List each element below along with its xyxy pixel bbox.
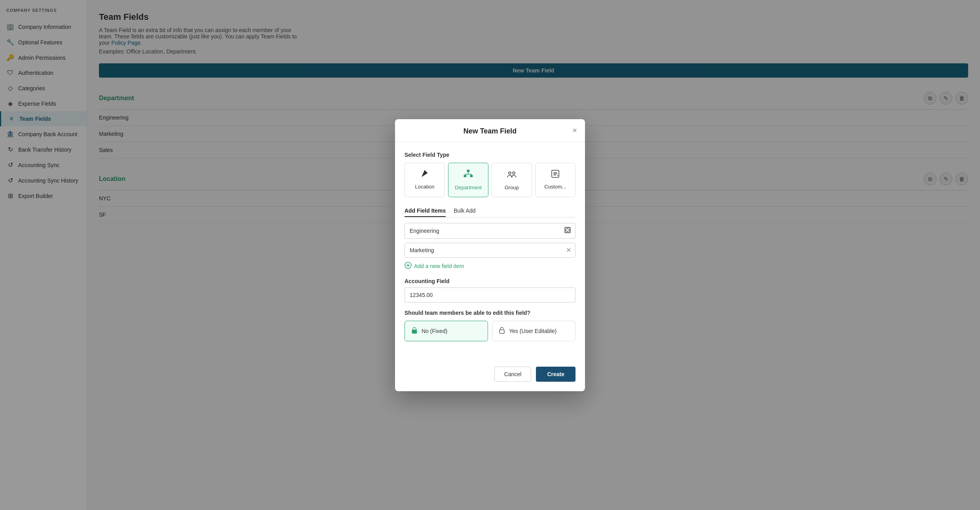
svg-rect-2 (464, 175, 466, 177)
edit-option-no-fixed[interactable]: No (Fixed) (405, 321, 488, 341)
group-icon (507, 169, 517, 181)
modal-body: Select Field Type Location (395, 142, 585, 360)
edit-question: Should team members be able to edit this… (405, 310, 575, 316)
group-card-label: Group (505, 185, 519, 190)
svg-rect-18 (499, 330, 504, 333)
tab-bulk-add[interactable]: Bulk Add (454, 205, 475, 217)
new-team-field-modal: New Team Field × Select Field Type Locat… (395, 119, 585, 391)
location-card-label: Location (415, 184, 434, 190)
field-items-tabs: Add Field Items Bulk Add (405, 205, 575, 217)
field-type-grid: Location D (405, 163, 575, 197)
custom-card-label: Custom... (544, 184, 566, 190)
create-button[interactable]: Create (536, 367, 575, 382)
no-fixed-label: No (Fixed) (422, 328, 447, 334)
svg-point-8 (509, 172, 511, 174)
add-field-item-button[interactable]: Add a new field item (405, 262, 464, 271)
field-type-department[interactable]: Department (448, 163, 488, 197)
plus-circle-icon (405, 262, 412, 271)
field-type-group[interactable]: Group (492, 163, 532, 197)
custom-icon (551, 169, 560, 181)
field-item-marketing-delete[interactable]: ✕ (562, 243, 575, 257)
lock-open-icon (499, 327, 505, 335)
modal-title: New Team Field (463, 127, 517, 135)
svg-rect-1 (467, 170, 469, 172)
lock-icon (411, 327, 418, 335)
modal-header: New Team Field × (395, 119, 585, 142)
field-item-engineering (405, 223, 575, 239)
svg-rect-3 (470, 175, 473, 177)
edit-option-yes-editable[interactable]: Yes (User Editable) (492, 321, 575, 341)
accounting-field-label: Accounting Field (405, 278, 575, 284)
tab-add-field-items[interactable]: Add Field Items (405, 205, 446, 217)
field-item-marketing: ✕ (405, 243, 575, 258)
svg-point-9 (513, 172, 515, 174)
edit-options: No (Fixed) Yes (User Editable) (405, 321, 575, 341)
add-field-item-label: Add a new field item (414, 263, 464, 269)
location-icon (420, 169, 429, 181)
field-item-engineering-delete[interactable] (560, 223, 575, 238)
field-type-location[interactable]: Location (405, 163, 445, 197)
field-item-engineering-input[interactable] (405, 224, 560, 238)
modal-overlay: New Team Field × Select Field Type Locat… (0, 0, 980, 510)
field-type-custom[interactable]: Custom... (535, 163, 575, 197)
department-card-label: Department (455, 185, 482, 190)
cancel-button[interactable]: Cancel (494, 367, 532, 382)
accounting-field-input[interactable] (405, 287, 575, 303)
field-type-label: Select Field Type (405, 152, 575, 158)
svg-rect-17 (412, 330, 417, 333)
modal-close-button[interactable]: × (572, 126, 577, 134)
modal-footer: Cancel Create (395, 360, 585, 391)
yes-editable-label: Yes (User Editable) (509, 328, 556, 334)
field-item-marketing-input[interactable] (405, 243, 562, 257)
svg-marker-0 (422, 170, 427, 177)
department-icon (463, 169, 473, 181)
